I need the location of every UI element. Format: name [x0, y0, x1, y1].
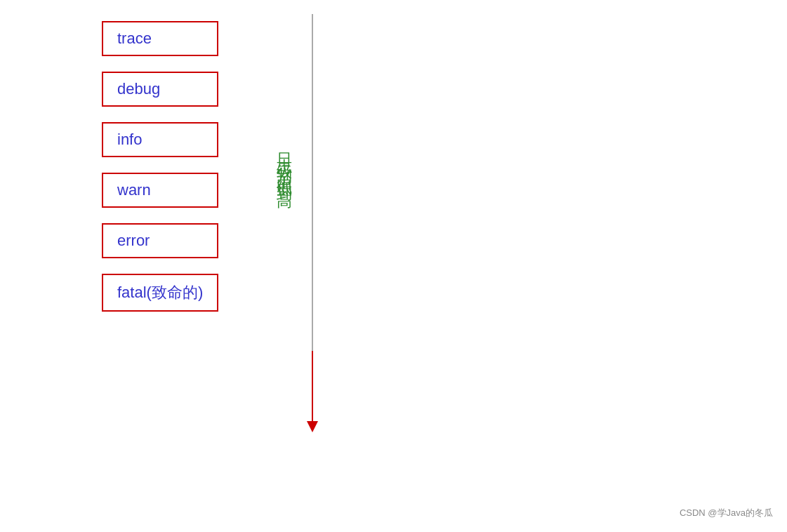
arrow-line-top [312, 14, 313, 351]
arrow-head-icon [307, 421, 318, 432]
log-level-label-fatal: fatal(致命的) [117, 284, 203, 301]
log-level-label-trace: trace [117, 29, 152, 47]
log-level-label-warn: warn [117, 181, 151, 199]
arrow-line-bottom [312, 351, 313, 421]
log-levels-list: trace debug info warn error fatal(致命的) [102, 21, 218, 312]
arrow-container [307, 14, 318, 432]
log-level-box-trace: trace [102, 21, 218, 56]
log-level-box-error: error [102, 223, 218, 258]
vertical-text-container: 日志级别由低到高 [272, 140, 297, 185]
log-level-box-info: info [102, 122, 218, 157]
log-level-label-debug: debug [117, 80, 160, 98]
log-level-label-error: error [117, 232, 150, 249]
watermark: CSDN @学Java的冬瓜 [680, 507, 773, 519]
log-level-box-warn: warn [102, 173, 218, 208]
log-level-label-info: info [117, 131, 142, 148]
log-level-box-debug: debug [102, 72, 218, 107]
diagram-container: trace debug info warn error fatal(致命的) 日… [0, 0, 787, 532]
log-level-box-fatal: fatal(致命的) [102, 274, 218, 312]
arrow-label: 日志级别由低到高 [272, 140, 297, 185]
